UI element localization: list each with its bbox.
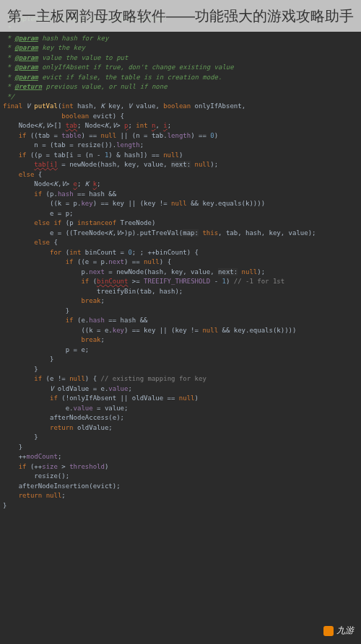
page-title: 第一主板网韵母攻略软件——功能强大的游戏攻略助手 xyxy=(0,0,361,32)
code-block: * Implements Map.put and related methods… xyxy=(0,0,361,515)
watermark-logo: 九游 xyxy=(323,625,354,637)
